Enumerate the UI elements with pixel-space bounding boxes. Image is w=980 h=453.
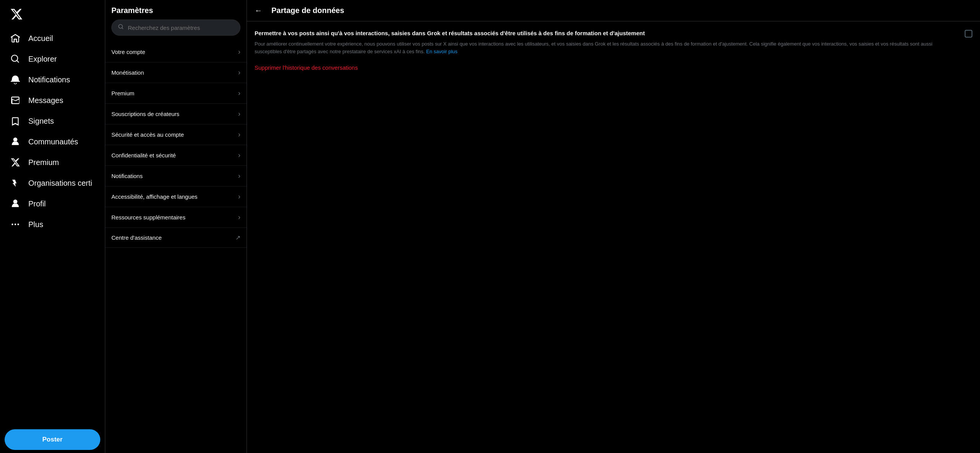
external-link-icon: ↗ (235, 234, 240, 241)
settings-header: Paramètres (105, 0, 247, 42)
menu-item-premium[interactable]: Premium › (105, 83, 247, 104)
sidebar-item-explore[interactable]: Explorer (5, 49, 100, 69)
right-panel-title: Partage de données (271, 6, 344, 15)
profile-label: Profil (28, 200, 46, 208)
menu-item-help[interactable]: Centre d'assistance ↗ (105, 228, 247, 248)
search-icon-small (118, 24, 124, 31)
menu-item-resources-label: Ressources supplémentaires (111, 214, 185, 221)
menu-item-account[interactable]: Votre compte › (105, 42, 247, 62)
chevron-icon: › (238, 172, 240, 180)
menu-item-monetization[interactable]: Monétisation › (105, 62, 247, 83)
sidebar-item-verified-orgs[interactable]: Organisations certi (5, 173, 100, 193)
sidebar-item-premium[interactable]: Premium (5, 152, 100, 172)
sidebar-item-notifications[interactable]: Notifications (5, 70, 100, 90)
communities-label: Communautés (28, 137, 78, 146)
post-button[interactable]: Poster (5, 429, 100, 450)
menu-item-notifications-label: Notifications (111, 173, 143, 179)
bookmarks-label: Signets (28, 117, 54, 126)
home-icon (10, 33, 21, 44)
toggle-text-block: Permettre à vos posts ainsi qu'à vos int… (255, 29, 957, 55)
x-logo[interactable] (5, 3, 100, 27)
person-icon (10, 198, 21, 209)
toggle-description: Pour améliorer continuellement votre exp… (255, 40, 957, 55)
chevron-icon: › (238, 110, 240, 118)
menu-item-resources[interactable]: Ressources supplémentaires › (105, 207, 247, 228)
settings-search-box[interactable] (111, 20, 240, 36)
menu-item-privacy-label: Confidentialité et sécurité (111, 152, 176, 159)
menu-item-security-label: Sécurité et accès au compte (111, 131, 184, 138)
lightning-icon (10, 178, 21, 188)
explore-label: Explorer (28, 55, 57, 64)
sidebar-item-more[interactable]: Plus (5, 214, 100, 234)
sidebar-nav: Accueil Explorer Notifications Messages (5, 28, 100, 423)
people-icon (10, 136, 21, 147)
settings-title: Paramètres (111, 6, 240, 15)
data-sharing-toggle-row: Permettre à vos posts ainsi qu'à vos int… (255, 29, 972, 55)
data-sharing-panel: ← Partage de données Permettre à vos pos… (247, 0, 980, 453)
description-text: Pour améliorer continuellement votre exp… (255, 41, 933, 54)
home-label: Accueil (28, 34, 53, 43)
delete-history-link[interactable]: Supprimer l'historique des conversations (255, 64, 358, 71)
menu-item-creator-subs-label: Souscriptions de créateurs (111, 111, 180, 117)
notifications-label: Notifications (28, 75, 70, 84)
verified-orgs-label: Organisations certi (28, 179, 92, 188)
menu-item-help-label: Centre d'assistance (111, 234, 162, 241)
menu-item-notifications[interactable]: Notifications › (105, 166, 247, 186)
chevron-icon: › (238, 213, 240, 221)
menu-item-premium-label: Premium (111, 90, 134, 96)
sidebar-item-home[interactable]: Accueil (5, 28, 100, 48)
svg-point-1 (15, 224, 16, 225)
chevron-icon: › (238, 131, 240, 139)
sidebar-item-profile[interactable]: Profil (5, 194, 100, 214)
bookmark-icon (10, 116, 21, 126)
settings-search-input[interactable] (128, 25, 234, 31)
menu-item-security[interactable]: Sécurité et accès au compte › (105, 124, 247, 145)
sidebar-item-communities[interactable]: Communautés (5, 132, 100, 152)
right-panel-content: Permettre à vos posts ainsi qu'à vos int… (247, 21, 980, 453)
menu-item-creator-subs[interactable]: Souscriptions de créateurs › (105, 104, 247, 124)
menu-item-accessibility[interactable]: Accessibilité, affichage et langues › (105, 186, 247, 207)
settings-panel: Paramètres Votre compte › Monétisation ›… (105, 0, 247, 453)
right-panel-header: ← Partage de données (247, 0, 980, 21)
back-button[interactable]: ← (255, 6, 262, 15)
toggle-main-label: Permettre à vos posts ainsi qu'à vos int… (255, 29, 957, 37)
svg-point-2 (17, 224, 19, 225)
sidebar: Accueil Explorer Notifications Messages (0, 0, 105, 453)
menu-item-privacy[interactable]: Confidentialité et sécurité › (105, 145, 247, 166)
settings-menu-list: Votre compte › Monétisation › Premium › … (105, 42, 247, 248)
x-logo-icon (10, 8, 23, 21)
menu-item-account-label: Votre compte (111, 49, 145, 55)
menu-item-monetization-label: Monétisation (111, 69, 144, 76)
sidebar-item-messages[interactable]: Messages (5, 90, 100, 110)
chevron-icon: › (238, 69, 240, 77)
premium-x-icon (10, 157, 21, 168)
messages-label: Messages (28, 96, 63, 105)
dots-icon (10, 219, 21, 230)
sidebar-item-bookmarks[interactable]: Signets (5, 111, 100, 131)
menu-item-accessibility-label: Accessibilité, affichage et langues (111, 193, 198, 200)
chevron-icon: › (238, 89, 240, 97)
chevron-icon: › (238, 193, 240, 201)
mail-icon (10, 95, 21, 106)
svg-point-0 (11, 224, 13, 225)
chevron-icon: › (238, 151, 240, 159)
data-sharing-checkbox[interactable] (965, 30, 972, 38)
more-label: Plus (28, 220, 43, 229)
chevron-icon: › (238, 48, 240, 56)
delete-history-section: Supprimer l'historique des conversations (255, 61, 972, 71)
search-icon (10, 54, 21, 64)
bell-icon (10, 74, 21, 85)
premium-label: Premium (28, 158, 59, 167)
learn-more-link[interactable]: En savoir plus (426, 49, 457, 54)
